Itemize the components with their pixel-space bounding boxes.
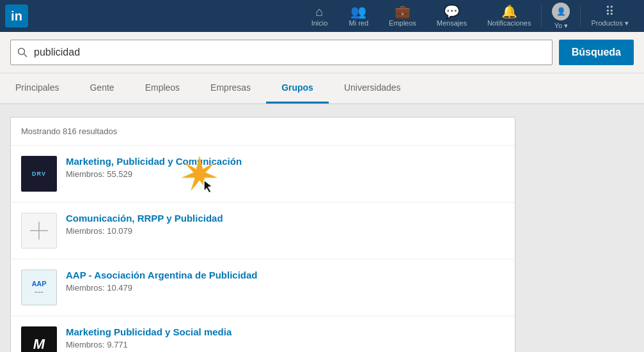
results-header: Mostrando 816 resultados	[11, 118, 515, 146]
result-meta-2: Miembros: 10.079	[66, 226, 505, 236]
result-meta-3: Miembros: 10.479	[66, 283, 505, 293]
nav-label-empleos: Empleos	[389, 19, 416, 27]
group-logo-1: DRV	[21, 156, 57, 192]
result-info-1: Marketing, Publicidad y Comunicación Mie…	[66, 156, 505, 179]
result-title-3[interactable]: AAP - Asociación Argentina de Publicidad	[66, 270, 505, 280]
avatar: 👤	[552, 3, 570, 20]
result-info-3: AAP - Asociación Argentina de Publicidad…	[66, 270, 505, 293]
messages-icon: 💬	[444, 5, 460, 18]
result-title-4[interactable]: Marketing Publicidad y Social media	[66, 326, 505, 337]
tab-gente[interactable]: Gente	[74, 73, 129, 103]
tab-grupos[interactable]: Grupos	[266, 73, 329, 103]
main-content: Mostrando 816 resultados DRV Marketing, …	[0, 104, 644, 352]
list-item[interactable]: M Marketing Publicidad y Social media Mi…	[11, 316, 515, 352]
nav-item-notificaciones[interactable]: 🔔 Notificaciones	[477, 0, 541, 32]
nav-label-yo: Yo ▾	[554, 22, 569, 30]
grid-icon: ⠿	[605, 5, 615, 18]
tabs: Principales Gente Empleos Empresas Grupo…	[0, 73, 644, 104]
tab-universidades[interactable]: Universidades	[329, 73, 416, 103]
nav-item-inicio[interactable]: ⌂ Inicio	[300, 0, 338, 32]
home-icon: ⌂	[315, 5, 323, 18]
jobs-icon: 💼	[395, 5, 411, 18]
result-info-2: Comunicación, RRPP y Publicidad Miembros…	[66, 213, 505, 236]
nav-label-products: Productos ▾	[591, 19, 629, 27]
group-logo-2	[21, 213, 57, 249]
group-logo-4: M	[21, 326, 57, 352]
svg-line-1	[24, 54, 27, 57]
network-icon: 👥	[350, 5, 366, 18]
result-info-4: Marketing Publicidad y Social media Miem…	[66, 326, 505, 349]
list-item[interactable]: Comunicación, RRPP y Publicidad Miembros…	[11, 203, 515, 259]
list-item[interactable]: AAP ~~~ AAP - Asociación Argentina de Pu…	[11, 259, 515, 316]
svg-marker-3	[204, 180, 212, 193]
result-title-2[interactable]: Comunicación, RRPP y Publicidad	[66, 213, 505, 224]
nav-item-mi-red[interactable]: 👥 Mi red	[338, 0, 379, 32]
result-meta-1: Miembros: 55.529	[66, 169, 505, 179]
nav-items: ⌂ Inicio 👥 Mi red 💼 Empleos 💬 Mensajes 🔔…	[300, 0, 639, 32]
group-logo-3: AAP ~~~	[21, 270, 57, 305]
search-bar: Búsqueda	[0, 32, 644, 73]
search-icon	[11, 47, 34, 57]
result-title-1[interactable]: Marketing, Publicidad y Comunicación	[66, 156, 505, 167]
svg-point-0	[19, 49, 25, 55]
nav-label-mensajes: Mensajes	[437, 19, 467, 27]
navbar: in ⌂ Inicio 👥 Mi red 💼 Empleos 💬 Mensaje…	[0, 0, 644, 32]
linkedin-logo[interactable]: in	[5, 4, 28, 27]
tab-empresas[interactable]: Empresas	[195, 73, 266, 103]
nav-label-inicio: Inicio	[311, 19, 328, 27]
search-form	[10, 40, 553, 65]
tab-principales[interactable]: Principales	[0, 73, 74, 103]
bell-icon: 🔔	[501, 5, 517, 18]
tab-empleos[interactable]: Empleos	[130, 73, 195, 103]
list-item[interactable]: DRV Marketing, Publicidad y Comunicación…	[11, 146, 515, 203]
nav-label-notificaciones: Notificaciones	[487, 19, 531, 27]
results-panel: Mostrando 816 resultados DRV Marketing, …	[10, 117, 515, 352]
nav-item-yo[interactable]: 👤 Yo ▾	[542, 0, 580, 32]
nav-label-mi-red: Mi red	[349, 19, 368, 27]
search-input[interactable]	[34, 47, 552, 58]
result-meta-4: Miembros: 9.771	[66, 340, 505, 349]
nav-item-products[interactable]: ⠿ Productos ▾	[581, 0, 639, 32]
nav-item-empleos[interactable]: 💼 Empleos	[379, 0, 427, 32]
search-button[interactable]: Búsqueda	[559, 40, 634, 65]
nav-item-mensajes[interactable]: 💬 Mensajes	[427, 0, 477, 32]
